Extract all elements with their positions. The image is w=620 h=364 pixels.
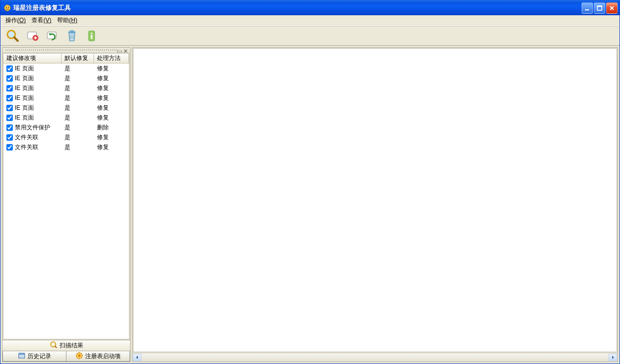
svg-rect-5 bbox=[597, 6, 602, 7]
row-default: 是 bbox=[62, 84, 94, 92]
delete-button[interactable] bbox=[63, 27, 81, 45]
row-action: 修复 bbox=[94, 94, 129, 102]
list-row[interactable]: 文件关联是修复 bbox=[3, 132, 129, 142]
menu-view[interactable]: 查看(V) bbox=[29, 15, 54, 26]
row-checkbox[interactable] bbox=[6, 75, 13, 82]
row-checkbox[interactable] bbox=[6, 65, 13, 72]
svg-rect-3 bbox=[585, 9, 589, 10]
panel-grip[interactable]: ▭ ✕ bbox=[2, 48, 130, 53]
svg-point-14 bbox=[91, 33, 93, 34]
row-checkbox[interactable] bbox=[6, 95, 13, 101]
list-row[interactable]: 禁用文件保护是删除 bbox=[3, 122, 129, 132]
svg-point-1 bbox=[6, 7, 7, 8]
panel-pin-icon[interactable]: ▭ bbox=[117, 48, 122, 55]
app-icon bbox=[3, 4, 11, 12]
scroll-left-button[interactable] bbox=[133, 354, 141, 361]
menu-help[interactable]: 帮助(H) bbox=[54, 15, 80, 26]
titlebar[interactable]: 瑞星注册表修复工具 bbox=[0, 0, 620, 15]
scroll-right-button[interactable] bbox=[609, 354, 617, 361]
maximize-button[interactable] bbox=[594, 2, 605, 14]
history-icon bbox=[18, 352, 26, 361]
row-name: 文件关联 bbox=[15, 133, 38, 142]
tab-scan-results[interactable]: 扫描结果 bbox=[2, 340, 130, 351]
row-action: 修复 bbox=[94, 64, 129, 73]
row-checkbox[interactable] bbox=[6, 85, 13, 91]
row-name: 禁用文件保护 bbox=[15, 123, 50, 132]
svg-point-2 bbox=[8, 7, 9, 8]
row-default: 是 bbox=[62, 104, 94, 112]
row-name: IE 页面 bbox=[15, 64, 34, 73]
panel-close-icon[interactable]: ✕ bbox=[123, 48, 128, 55]
horizontal-scrollbar[interactable] bbox=[133, 353, 617, 361]
row-default: 是 bbox=[62, 143, 94, 152]
row-action: 修复 bbox=[94, 104, 129, 112]
app-window: 瑞星注册表修复工具 操作(O) 查看(V) 帮助(H) bbox=[0, 0, 620, 364]
row-default: 是 bbox=[62, 114, 94, 122]
row-name: IE 页面 bbox=[15, 74, 34, 83]
tab-history[interactable]: 历史记录 bbox=[2, 351, 66, 362]
row-action: 删除 bbox=[94, 123, 129, 132]
row-action: 修复 bbox=[94, 114, 129, 122]
menubar: 操作(O) 查看(V) 帮助(H) bbox=[0, 15, 620, 26]
svg-rect-15 bbox=[91, 35, 93, 39]
list-row[interactable]: IE 页面是修复 bbox=[3, 73, 129, 83]
list-body[interactable]: IE 页面是修复 IE 页面是修复 IE 页面是修复 IE 页面是修复 IE 页… bbox=[3, 63, 129, 339]
toolbar bbox=[0, 26, 620, 46]
scan-button[interactable] bbox=[3, 27, 22, 45]
row-name: IE 页面 bbox=[15, 94, 34, 102]
row-name: IE 页面 bbox=[15, 104, 34, 112]
row-default: 是 bbox=[62, 64, 94, 73]
client-area: ▭ ✕ 建议修改项 默认修复 处理方法 IE 页面是修复 IE 页面是修复 IE… bbox=[0, 46, 620, 364]
list-row[interactable]: IE 页面是修复 bbox=[3, 93, 129, 103]
row-action: 修复 bbox=[94, 74, 129, 83]
row-checkbox[interactable] bbox=[6, 124, 13, 131]
repair-button[interactable] bbox=[23, 27, 42, 45]
restore-button[interactable] bbox=[43, 27, 62, 45]
row-checkbox[interactable] bbox=[6, 134, 13, 141]
row-checkbox[interactable] bbox=[6, 105, 13, 111]
row-action: 修复 bbox=[94, 84, 129, 92]
window-title: 瑞星注册表修复工具 bbox=[13, 3, 582, 12]
row-default: 是 bbox=[62, 133, 94, 142]
row-default: 是 bbox=[62, 94, 94, 102]
close-button[interactable] bbox=[606, 2, 618, 14]
row-name: 文件关联 bbox=[15, 143, 38, 152]
list-row[interactable]: IE 页面是修复 bbox=[3, 103, 129, 113]
row-default: 是 bbox=[62, 74, 94, 83]
list-row[interactable]: IE 页面是修复 bbox=[3, 83, 129, 93]
column-default[interactable]: 默认修复 bbox=[62, 54, 94, 63]
detail-view[interactable] bbox=[133, 48, 617, 352]
svg-point-7 bbox=[8, 31, 14, 37]
row-checkbox[interactable] bbox=[6, 144, 13, 151]
svg-point-0 bbox=[4, 5, 10, 11]
row-default: 是 bbox=[62, 123, 94, 132]
tab-row: 历史记录 注册表启动项 bbox=[2, 351, 130, 362]
row-name: IE 页面 bbox=[15, 84, 34, 92]
svg-rect-18 bbox=[19, 353, 25, 355]
list-row[interactable]: IE 页面是修复 bbox=[3, 63, 129, 73]
svg-point-20 bbox=[78, 354, 81, 357]
svg-rect-12 bbox=[70, 30, 73, 32]
row-action: 修复 bbox=[94, 133, 129, 142]
right-panel bbox=[132, 47, 618, 362]
tab-startup[interactable]: 注册表启动项 bbox=[66, 351, 130, 362]
column-suggest[interactable]: 建议修改项 bbox=[3, 54, 62, 63]
row-action: 修复 bbox=[94, 143, 129, 152]
info-button[interactable] bbox=[82, 27, 101, 45]
minimize-button[interactable] bbox=[582, 2, 593, 14]
scan-results-list: 建议修改项 默认修复 处理方法 IE 页面是修复 IE 页面是修复 IE 页面是… bbox=[3, 53, 130, 339]
scan-results-icon bbox=[50, 341, 58, 350]
column-action[interactable]: 处理方法 bbox=[94, 54, 129, 63]
left-panel: ▭ ✕ 建议修改项 默认修复 处理方法 IE 页面是修复 IE 页面是修复 IE… bbox=[2, 47, 131, 362]
list-header: 建议修改项 默认修复 处理方法 bbox=[3, 54, 129, 63]
row-checkbox[interactable] bbox=[6, 115, 13, 121]
menu-operation[interactable]: 操作(O) bbox=[2, 15, 29, 26]
startup-icon bbox=[75, 352, 83, 361]
row-name: IE 页面 bbox=[15, 114, 34, 122]
window-controls bbox=[582, 2, 618, 14]
list-row[interactable]: 文件关联是修复 bbox=[3, 142, 129, 152]
list-row[interactable]: IE 页面是修复 bbox=[3, 113, 129, 122]
